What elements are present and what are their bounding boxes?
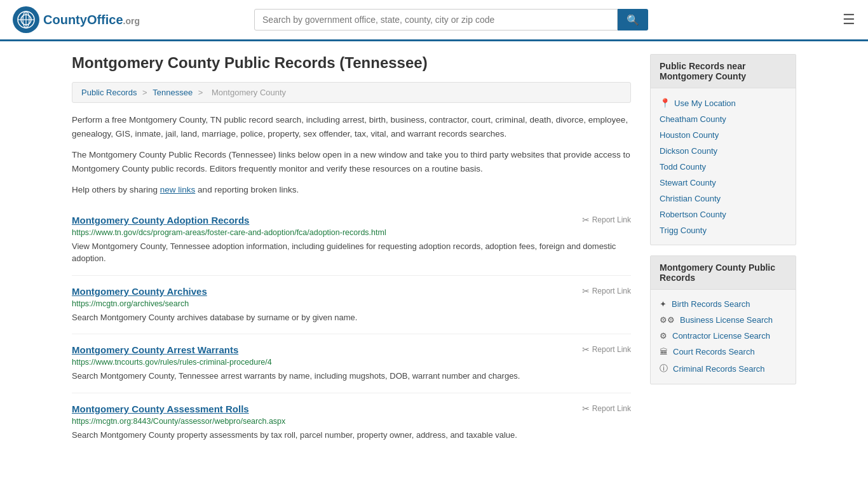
logo-text: CountyOffice.org (43, 13, 140, 27)
search-button[interactable]: 🔍 (618, 9, 648, 30)
scissors-icon: ✂ (582, 215, 590, 225)
record-entry: Montgomery County Arrest Warrants ✂ Repo… (72, 334, 631, 393)
county-item: Dickson County (660, 143, 787, 159)
mc-record-link[interactable]: Birth Records Search (672, 299, 750, 309)
county-item: Christian County (660, 191, 787, 207)
county-link[interactable]: Stewart County (660, 178, 716, 187)
record-entry: Montgomery County Adoption Records ✂ Rep… (72, 205, 631, 276)
mc-records-body: ✦ Birth Records Search ⚙⚙ Business Licen… (651, 290, 796, 384)
mc-record-link[interactable]: Contractor License Search (672, 331, 770, 341)
county-link[interactable]: Dickson County (660, 146, 717, 156)
record-desc: Search Montgomery County, Tennessee arre… (72, 370, 631, 383)
hamburger-menu[interactable]: ☰ (843, 11, 855, 28)
nearby-body: 📍 Use My Location Cheatham CountyHouston… (651, 88, 796, 245)
record-header: Montgomery County Arrest Warrants ✂ Repo… (72, 344, 631, 355)
report-link[interactable]: ✂ Report Link (582, 215, 631, 225)
search-bar: 🔍 (254, 9, 648, 30)
breadcrumb: Public Records > Tennessee > Montgomery … (72, 82, 631, 103)
sidebar-record-icon: 🏛 (660, 347, 668, 356)
report-link[interactable]: ✂ Report Link (582, 344, 631, 355)
use-my-location-link[interactable]: Use My Location (674, 98, 736, 108)
record-url[interactable]: https://www.tn.gov/dcs/program-areas/fos… (72, 228, 631, 237)
sidebar-record-icon: ✦ (660, 299, 667, 309)
breadcrumb-public-records[interactable]: Public Records (81, 88, 137, 97)
search-input[interactable] (254, 9, 618, 30)
county-item: Robertson County (660, 207, 787, 222)
mc-record-link[interactable]: Court Records Search (673, 347, 755, 356)
hamburger-icon: ☰ (843, 11, 855, 27)
record-url[interactable]: https://mcgtn.org/archives/search (72, 299, 631, 308)
pin-icon: 📍 (660, 98, 670, 108)
mc-record-item: 🏛 Court Records Search (660, 344, 787, 360)
record-title[interactable]: Montgomery County Adoption Records (72, 215, 249, 226)
county-item: Houston County (660, 127, 787, 143)
scissors-icon: ✂ (582, 286, 590, 296)
use-my-location-item: 📍 Use My Location (660, 95, 787, 111)
site-header: CountyOffice.org 🔍 ☰ (0, 0, 868, 41)
description2: The Montgomery County Public Records (Te… (72, 148, 631, 175)
scissors-icon: ✂ (582, 344, 590, 355)
mc-record-item: ⚙⚙ Business License Search (660, 312, 787, 328)
county-link[interactable]: Robertson County (660, 210, 726, 219)
record-header: Montgomery County Adoption Records ✂ Rep… (72, 215, 631, 226)
sidebar-record-icon: ⚙⚙ (660, 315, 675, 325)
description1: Perform a free Montgomery County, TN pub… (72, 113, 631, 140)
new-links-link[interactable]: new links (160, 185, 196, 194)
mc-record-link[interactable]: Business License Search (680, 315, 773, 325)
nearby-header: Public Records near Montgomery County (651, 55, 796, 88)
record-title[interactable]: Montgomery County Assessment Rolls (72, 403, 249, 414)
report-link[interactable]: ✂ Report Link (582, 403, 631, 414)
nearby-counties-list: Cheatham CountyHouston CountyDickson Cou… (660, 111, 787, 238)
mc-records-header: Montgomery County Public Records (651, 256, 796, 290)
breadcrumb-sep1: > (142, 88, 149, 97)
record-url[interactable]: https://www.tncourts.gov/rules/rules-cri… (72, 358, 631, 367)
county-link[interactable]: Christian County (660, 194, 721, 203)
record-entry: Montgomery County Assessment Rolls ✂ Rep… (72, 393, 631, 452)
county-link[interactable]: Houston County (660, 130, 719, 140)
page-title: Montgomery County Public Records (Tennes… (72, 54, 631, 72)
logo-icon (13, 6, 39, 33)
county-link[interactable]: Trigg County (660, 226, 707, 235)
mc-records-links-list: ✦ Birth Records Search ⚙⚙ Business Licen… (660, 296, 787, 377)
record-entry: Montgomery County Archives ✂ Report Link… (72, 276, 631, 335)
breadcrumb-sep2: > (198, 88, 205, 97)
records-list: Montgomery County Adoption Records ✂ Rep… (72, 205, 631, 452)
record-url[interactable]: https://mcgtn.org:8443/County/assessor/w… (72, 417, 631, 426)
logo-link[interactable]: CountyOffice.org (13, 6, 140, 33)
mc-record-item: ✦ Birth Records Search (660, 296, 787, 312)
mc-records-section: Montgomery County Public Records ✦ Birth… (650, 255, 796, 384)
sidebar-record-icon: ⚙ (660, 331, 667, 341)
county-item: Stewart County (660, 175, 787, 191)
mc-record-item: ⚙ Contractor License Search (660, 328, 787, 344)
sidebar: Public Records near Montgomery County 📍 … (650, 54, 796, 451)
breadcrumb-tennessee[interactable]: Tennessee (153, 88, 193, 97)
county-item: Cheatham County (660, 111, 787, 127)
search-icon: 🔍 (627, 15, 639, 25)
sidebar-record-icon: ⓘ (660, 363, 668, 374)
mc-record-link[interactable]: Criminal Records Search (673, 364, 765, 374)
scissors-icon: ✂ (582, 403, 590, 414)
record-desc: View Montgomery County, Tennessee adopti… (72, 240, 631, 265)
county-item: Trigg County (660, 222, 787, 238)
county-link[interactable]: Cheatham County (660, 114, 726, 124)
breadcrumb-current: Montgomery County (212, 88, 286, 97)
report-link[interactable]: ✂ Report Link (582, 286, 631, 296)
record-desc: Search Montgomery County property assess… (72, 429, 631, 442)
record-title[interactable]: Montgomery County Archives (72, 286, 207, 297)
record-title[interactable]: Montgomery County Arrest Warrants (72, 344, 238, 355)
mc-record-item: ⓘ Criminal Records Search (660, 360, 787, 377)
county-item: Todd County (660, 159, 787, 175)
record-desc: Search Montgomery County archives databa… (72, 311, 631, 324)
content-area: Montgomery County Public Records (Tennes… (72, 54, 631, 451)
record-header: Montgomery County Archives ✂ Report Link (72, 286, 631, 297)
record-header: Montgomery County Assessment Rolls ✂ Rep… (72, 403, 631, 414)
description3: Help others by sharing new links and rep… (72, 183, 631, 197)
main-container: Montgomery County Public Records (Tennes… (59, 41, 809, 464)
county-link[interactable]: Todd County (660, 162, 706, 172)
nearby-section: Public Records near Montgomery County 📍 … (650, 54, 796, 245)
